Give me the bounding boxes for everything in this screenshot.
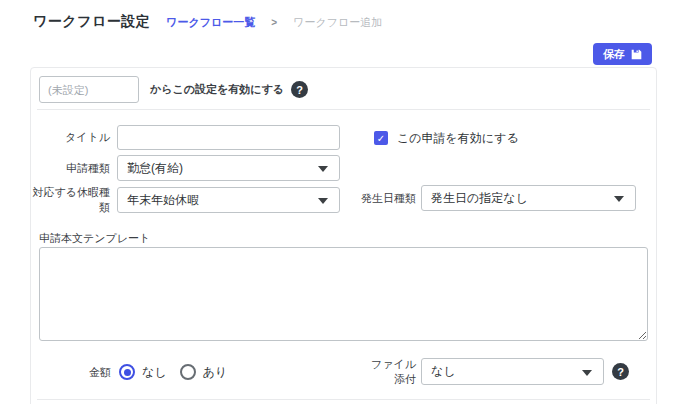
activation-suffix-label: からこの設定を有効にする	[150, 82, 284, 97]
save-icon	[631, 49, 642, 60]
application-type-value: 勤怠(有給)	[127, 160, 183, 177]
caret-down-icon	[318, 198, 328, 204]
title-label: タイトル	[31, 130, 117, 145]
file-attachment-value: なし	[431, 363, 456, 380]
amount-radio-yes-label: あり	[203, 364, 228, 381]
page-title: ワークフロー設定	[33, 13, 150, 31]
breadcrumb-link-workflow-list[interactable]: ワークフロー一覧	[166, 15, 255, 30]
workflow-settings-card: からこの設定を有効にする ? タイトル ✓ この申請を有効にする 申請種類 勤怠…	[30, 67, 657, 404]
enable-application-label: この申請を有効にする	[397, 130, 519, 147]
breadcrumb-current-workflow-add: ワークフロー追加	[293, 15, 382, 30]
checkbox-check-icon: ✓	[374, 131, 388, 145]
activation-row: からこの設定を有効にする ?	[39, 76, 308, 103]
file-attachment-label: ファイル添付	[361, 357, 421, 387]
caret-down-icon	[582, 370, 592, 376]
application-type-select[interactable]: 勤怠(有給)	[117, 155, 340, 181]
radio-unselected-icon	[180, 364, 196, 380]
section-divider	[37, 399, 650, 400]
caret-down-icon	[614, 196, 624, 202]
amount-row: 金額 なし あり	[31, 359, 227, 385]
breadcrumb-separator-icon: >	[271, 17, 277, 28]
amount-radio-none-label: なし	[142, 364, 167, 381]
leave-type-select[interactable]: 年末年始休暇	[117, 187, 340, 213]
activation-date-input[interactable]	[39, 76, 139, 103]
occurrence-date-type-value: 発生日の指定なし	[431, 190, 528, 207]
file-attachment-select[interactable]: なし	[421, 358, 604, 385]
activation-help-icon[interactable]: ?	[291, 81, 308, 98]
occurrence-date-type-row: 発生日種類 発生日の指定なし	[353, 185, 636, 211]
save-button[interactable]: 保存	[593, 43, 652, 65]
leave-type-value: 年末年始休暇	[127, 192, 199, 209]
file-attachment-row: ファイル添付 なし ?	[361, 358, 629, 385]
title-input[interactable]	[117, 125, 340, 150]
breadcrumb: ワークフロー設定 ワークフロー一覧 > ワークフロー追加	[33, 13, 382, 31]
occurrence-date-type-label: 発生日種類	[353, 191, 421, 206]
title-field-row: タイトル	[31, 125, 340, 150]
amount-label: 金額	[31, 365, 115, 380]
enable-application-checkbox[interactable]: ✓ この申請を有効にする	[374, 129, 519, 147]
file-attachment-help-icon[interactable]: ?	[612, 363, 629, 380]
application-type-label: 申請種類	[31, 161, 117, 176]
occurrence-date-type-select[interactable]: 発生日の指定なし	[421, 185, 636, 211]
application-type-row: 申請種類 勤怠(有給)	[31, 155, 340, 181]
section-divider	[37, 109, 650, 110]
body-template-textarea[interactable]	[39, 247, 648, 341]
amount-radio-none[interactable]: なし	[119, 364, 167, 381]
save-button-label: 保存	[603, 47, 625, 62]
body-template-label: 申請本文テンプレート	[39, 231, 150, 246]
amount-radio-yes[interactable]: あり	[180, 364, 228, 381]
leave-type-label: 対応する休暇種類	[31, 185, 117, 215]
leave-type-row: 対応する休暇種類 年末年始休暇	[31, 185, 340, 215]
caret-down-icon	[318, 166, 328, 172]
workflow-settings-page: ワークフロー設定 ワークフロー一覧 > ワークフロー追加 保存 からこの設定を有…	[0, 0, 688, 404]
radio-selected-icon	[119, 364, 135, 380]
